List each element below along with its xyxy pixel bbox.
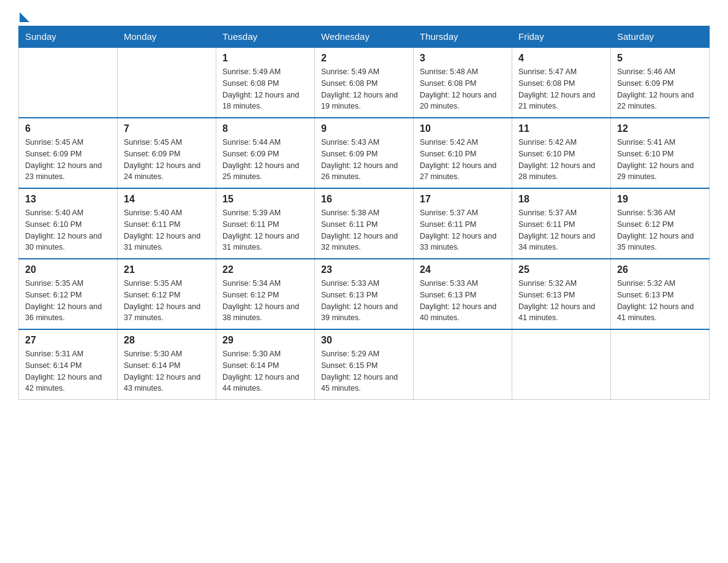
day-info: Sunrise: 5:46 AMSunset: 6:09 PMDaylight:… bbox=[617, 66, 703, 112]
day-info: Sunrise: 5:37 AMSunset: 6:11 PMDaylight:… bbox=[518, 207, 604, 253]
day-number: 27 bbox=[25, 335, 111, 346]
day-cell-6: 6Sunrise: 5:45 AMSunset: 6:09 PMDaylight… bbox=[19, 118, 118, 188]
day-info: Sunrise: 5:43 AMSunset: 6:09 PMDaylight:… bbox=[321, 137, 407, 183]
day-number: 23 bbox=[321, 264, 407, 275]
day-number: 4 bbox=[518, 53, 604, 64]
day-info: Sunrise: 5:48 AMSunset: 6:08 PMDaylight:… bbox=[420, 66, 506, 112]
day-cell-2: 2Sunrise: 5:49 AMSunset: 6:08 PMDaylight… bbox=[315, 47, 414, 118]
day-info: Sunrise: 5:49 AMSunset: 6:08 PMDaylight:… bbox=[222, 66, 308, 112]
logo bbox=[18, 12, 29, 20]
day-number: 25 bbox=[518, 264, 604, 275]
day-number: 20 bbox=[25, 264, 111, 275]
day-info: Sunrise: 5:37 AMSunset: 6:11 PMDaylight:… bbox=[420, 207, 506, 253]
weekday-header-sunday: Sunday bbox=[19, 26, 118, 48]
day-cell-24: 24Sunrise: 5:33 AMSunset: 6:13 PMDayligh… bbox=[414, 259, 512, 329]
day-cell-20: 20Sunrise: 5:35 AMSunset: 6:12 PMDayligh… bbox=[19, 259, 118, 329]
day-cell-22: 22Sunrise: 5:34 AMSunset: 6:12 PMDayligh… bbox=[216, 259, 315, 329]
day-cell-18: 18Sunrise: 5:37 AMSunset: 6:11 PMDayligh… bbox=[512, 188, 611, 259]
calendar-week-2: 6Sunrise: 5:45 AMSunset: 6:09 PMDaylight… bbox=[19, 118, 710, 188]
day-cell-30: 30Sunrise: 5:29 AMSunset: 6:15 PMDayligh… bbox=[315, 329, 414, 400]
day-number: 9 bbox=[321, 123, 407, 134]
calendar-week-5: 27Sunrise: 5:31 AMSunset: 6:14 PMDayligh… bbox=[19, 329, 710, 400]
day-info: Sunrise: 5:36 AMSunset: 6:12 PMDaylight:… bbox=[617, 207, 703, 253]
weekday-header-tuesday: Tuesday bbox=[216, 26, 315, 48]
day-number: 10 bbox=[420, 123, 506, 134]
empty-cell bbox=[414, 329, 512, 400]
day-cell-7: 7Sunrise: 5:45 AMSunset: 6:09 PMDaylight… bbox=[118, 118, 216, 188]
day-info: Sunrise: 5:30 AMSunset: 6:14 PMDaylight:… bbox=[124, 348, 210, 394]
day-number: 13 bbox=[25, 194, 111, 205]
day-cell-17: 17Sunrise: 5:37 AMSunset: 6:11 PMDayligh… bbox=[414, 188, 512, 259]
empty-cell bbox=[118, 47, 216, 118]
day-info: Sunrise: 5:31 AMSunset: 6:14 PMDaylight:… bbox=[25, 348, 111, 394]
weekday-header-saturday: Saturday bbox=[611, 26, 710, 48]
day-number: 26 bbox=[617, 264, 703, 275]
day-cell-9: 9Sunrise: 5:43 AMSunset: 6:09 PMDaylight… bbox=[315, 118, 414, 188]
day-cell-11: 11Sunrise: 5:42 AMSunset: 6:10 PMDayligh… bbox=[512, 118, 611, 188]
day-info: Sunrise: 5:33 AMSunset: 6:13 PMDaylight:… bbox=[321, 278, 407, 324]
day-cell-12: 12Sunrise: 5:41 AMSunset: 6:10 PMDayligh… bbox=[611, 118, 710, 188]
day-info: Sunrise: 5:45 AMSunset: 6:09 PMDaylight:… bbox=[25, 137, 111, 183]
day-info: Sunrise: 5:35 AMSunset: 6:12 PMDaylight:… bbox=[25, 278, 111, 324]
calendar-week-1: 1Sunrise: 5:49 AMSunset: 6:08 PMDaylight… bbox=[19, 47, 710, 118]
page-header bbox=[18, 12, 710, 20]
day-number: 16 bbox=[321, 194, 407, 205]
day-info: Sunrise: 5:38 AMSunset: 6:11 PMDaylight:… bbox=[321, 207, 407, 253]
day-cell-1: 1Sunrise: 5:49 AMSunset: 6:08 PMDaylight… bbox=[216, 47, 315, 118]
day-cell-27: 27Sunrise: 5:31 AMSunset: 6:14 PMDayligh… bbox=[19, 329, 118, 400]
day-cell-13: 13Sunrise: 5:40 AMSunset: 6:10 PMDayligh… bbox=[19, 188, 118, 259]
day-number: 18 bbox=[518, 194, 604, 205]
day-info: Sunrise: 5:39 AMSunset: 6:11 PMDaylight:… bbox=[222, 207, 308, 253]
day-number: 17 bbox=[420, 194, 506, 205]
weekday-header-wednesday: Wednesday bbox=[315, 26, 414, 48]
day-info: Sunrise: 5:42 AMSunset: 6:10 PMDaylight:… bbox=[518, 137, 604, 183]
day-info: Sunrise: 5:42 AMSunset: 6:10 PMDaylight:… bbox=[420, 137, 506, 183]
day-number: 29 bbox=[222, 335, 308, 346]
day-number: 11 bbox=[518, 123, 604, 134]
calendar-week-4: 20Sunrise: 5:35 AMSunset: 6:12 PMDayligh… bbox=[19, 259, 710, 329]
day-info: Sunrise: 5:35 AMSunset: 6:12 PMDaylight:… bbox=[124, 278, 210, 324]
weekday-header-monday: Monday bbox=[118, 26, 216, 48]
logo-triangle-icon bbox=[20, 12, 29, 22]
day-number: 12 bbox=[617, 123, 703, 134]
day-cell-19: 19Sunrise: 5:36 AMSunset: 6:12 PMDayligh… bbox=[611, 188, 710, 259]
day-info: Sunrise: 5:45 AMSunset: 6:09 PMDaylight:… bbox=[124, 137, 210, 183]
day-number: 24 bbox=[420, 264, 506, 275]
day-cell-5: 5Sunrise: 5:46 AMSunset: 6:09 PMDaylight… bbox=[611, 47, 710, 118]
day-cell-3: 3Sunrise: 5:48 AMSunset: 6:08 PMDaylight… bbox=[414, 47, 512, 118]
day-cell-15: 15Sunrise: 5:39 AMSunset: 6:11 PMDayligh… bbox=[216, 188, 315, 259]
calendar-table: SundayMondayTuesdayWednesdayThursdayFrid… bbox=[18, 26, 710, 400]
day-info: Sunrise: 5:49 AMSunset: 6:08 PMDaylight:… bbox=[321, 66, 407, 112]
day-number: 2 bbox=[321, 53, 407, 64]
day-number: 19 bbox=[617, 194, 703, 205]
day-cell-23: 23Sunrise: 5:33 AMSunset: 6:13 PMDayligh… bbox=[315, 259, 414, 329]
day-number: 8 bbox=[222, 123, 308, 134]
empty-cell bbox=[512, 329, 611, 400]
day-number: 21 bbox=[124, 264, 210, 275]
day-number: 6 bbox=[25, 123, 111, 134]
day-number: 28 bbox=[124, 335, 210, 346]
day-cell-26: 26Sunrise: 5:32 AMSunset: 6:13 PMDayligh… bbox=[611, 259, 710, 329]
day-info: Sunrise: 5:32 AMSunset: 6:13 PMDaylight:… bbox=[518, 278, 604, 324]
day-info: Sunrise: 5:33 AMSunset: 6:13 PMDaylight:… bbox=[420, 278, 506, 324]
calendar-week-3: 13Sunrise: 5:40 AMSunset: 6:10 PMDayligh… bbox=[19, 188, 710, 259]
empty-cell bbox=[19, 47, 118, 118]
day-info: Sunrise: 5:29 AMSunset: 6:15 PMDaylight:… bbox=[321, 348, 407, 394]
day-cell-14: 14Sunrise: 5:40 AMSunset: 6:11 PMDayligh… bbox=[118, 188, 216, 259]
day-number: 30 bbox=[321, 335, 407, 346]
day-info: Sunrise: 5:40 AMSunset: 6:10 PMDaylight:… bbox=[25, 207, 111, 253]
day-info: Sunrise: 5:47 AMSunset: 6:08 PMDaylight:… bbox=[518, 66, 604, 112]
day-cell-25: 25Sunrise: 5:32 AMSunset: 6:13 PMDayligh… bbox=[512, 259, 611, 329]
day-cell-21: 21Sunrise: 5:35 AMSunset: 6:12 PMDayligh… bbox=[118, 259, 216, 329]
day-cell-10: 10Sunrise: 5:42 AMSunset: 6:10 PMDayligh… bbox=[414, 118, 512, 188]
day-info: Sunrise: 5:41 AMSunset: 6:10 PMDaylight:… bbox=[617, 137, 703, 183]
day-number: 1 bbox=[222, 53, 308, 64]
day-number: 15 bbox=[222, 194, 308, 205]
day-cell-16: 16Sunrise: 5:38 AMSunset: 6:11 PMDayligh… bbox=[315, 188, 414, 259]
day-number: 3 bbox=[420, 53, 506, 64]
weekday-header-friday: Friday bbox=[512, 26, 611, 48]
day-info: Sunrise: 5:32 AMSunset: 6:13 PMDaylight:… bbox=[617, 278, 703, 324]
weekday-header-thursday: Thursday bbox=[414, 26, 512, 48]
day-cell-8: 8Sunrise: 5:44 AMSunset: 6:09 PMDaylight… bbox=[216, 118, 315, 188]
empty-cell bbox=[611, 329, 710, 400]
